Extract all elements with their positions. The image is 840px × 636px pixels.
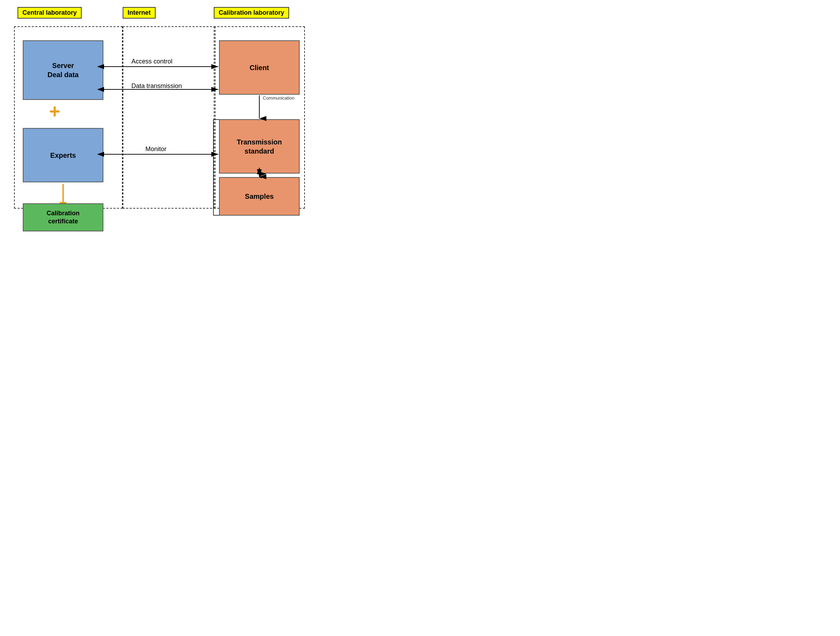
access-control-label: Access control [131, 58, 172, 65]
client-block: Client [219, 40, 300, 95]
samples-block: Samples [219, 177, 300, 216]
plus-sign: + [49, 102, 60, 121]
monitor-label: Monitor [145, 146, 166, 153]
double-arrow-vertical [258, 172, 262, 178]
diagram: Central laboratory Internet Calibration … [7, 7, 308, 231]
server-label: ServerDeal data [48, 61, 79, 79]
internet-region [123, 26, 216, 209]
internet-label: Internet [123, 7, 156, 19]
samples-label: Samples [245, 192, 274, 201]
client-label: Client [249, 63, 269, 72]
cert-label: Calibrationcertificate [47, 209, 79, 226]
transmission-block: Transmissionstandard [219, 119, 300, 174]
bracket [213, 119, 219, 216]
cert-block: Calibrationcertificate [23, 203, 103, 231]
data-transmission-label: Data transmission [131, 82, 182, 90]
server-block: ServerDeal data [23, 40, 103, 100]
central-lab-label: Central laboratory [17, 7, 82, 19]
communication-label: Communication [263, 95, 294, 101]
calibration-lab-label: Calibration laboratory [214, 7, 289, 19]
transmission-label: Transmissionstandard [237, 138, 282, 156]
experts-label: Experts [50, 151, 76, 160]
down-arrow-line [62, 184, 64, 203]
experts-block: Experts [23, 128, 103, 182]
